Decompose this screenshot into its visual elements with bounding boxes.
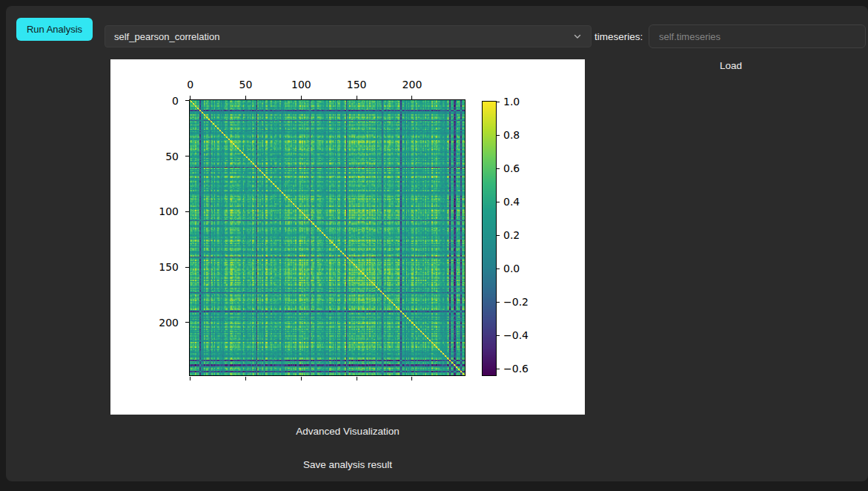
y-axis-tick [185,156,189,156]
x-axis-tick-label: 0 [172,79,209,90]
colorbar-tick [497,268,500,269]
timeseries-input[interactable] [649,24,866,48]
advanced-visualization-button[interactable]: Advanced Visualization [110,422,585,440]
analysis-select-value: self_pearson_correlation [114,31,219,42]
chevron-down-icon [573,32,582,41]
colorbar-tick-label: −0.4 [503,329,529,341]
colorbar-tick-label: 0.6 [503,162,520,174]
x-axis-tick [245,96,246,99]
heatmap-plot-area [189,99,466,376]
colorbar-tick-label: −0.2 [503,296,529,308]
load-button[interactable]: Load [657,56,805,74]
colorbar-tick-label: −0.6 [503,363,529,375]
colorbar-tick-label: 1.0 [503,96,520,108]
x-axis-tick-bottom [357,377,357,380]
y-axis-tick-label: 150 [134,261,179,273]
y-axis-tick [185,267,189,268]
main-panel: Run Analysis self_pearson_correlation ti… [6,6,868,481]
colorbar-tick-label: 0.8 [503,129,520,141]
x-axis-tick [411,96,412,99]
colorbar-tick-label: 0.4 [503,196,520,208]
run-analysis-button[interactable]: Run Analysis [16,18,93,41]
x-axis-tick-label: 100 [282,79,319,90]
save-analysis-result-button[interactable]: Save analysis result [110,455,585,473]
x-axis-tick [357,96,357,99]
x-axis-tick [190,96,191,99]
y-axis-tick-label: 100 [134,205,179,217]
x-axis-tick-bottom [190,377,191,380]
analysis-select[interactable]: self_pearson_correlation [105,25,592,47]
figure-panel: 0501001502000501001502001.00.80.60.40.20… [110,59,585,415]
correlation-heatmap-canvas [190,100,465,375]
colorbar-tick [497,235,500,236]
x-axis-tick-label: 50 [228,79,265,90]
x-axis-tick-bottom [411,377,412,380]
colorbar-tick [497,135,500,136]
y-axis-tick [185,322,189,323]
y-axis-tick [185,100,189,101]
y-axis-tick-label: 50 [134,151,179,162]
x-axis-tick-label: 150 [338,79,375,90]
y-axis-tick [185,211,189,212]
colorbar-tick [497,302,500,303]
x-axis-tick-bottom [301,377,302,380]
colorbar-tick-label: 0.2 [503,229,520,241]
x-axis-tick-label: 200 [394,79,431,90]
colorbar-tick [497,335,500,336]
colorbar-tick [497,369,500,369]
colorbar-tick [497,102,500,102]
colorbar-tick [497,202,500,202]
y-axis-tick-label: 200 [134,317,179,329]
timeseries-label: timeseries: [594,31,643,42]
y-axis-tick-label: 0 [134,95,179,107]
colorbar [482,101,497,376]
x-axis-tick [301,96,302,99]
colorbar-tick-label: 0.0 [503,263,520,274]
x-axis-tick-bottom [245,377,246,380]
colorbar-tick [497,168,500,169]
colorbar-canvas [483,102,496,375]
